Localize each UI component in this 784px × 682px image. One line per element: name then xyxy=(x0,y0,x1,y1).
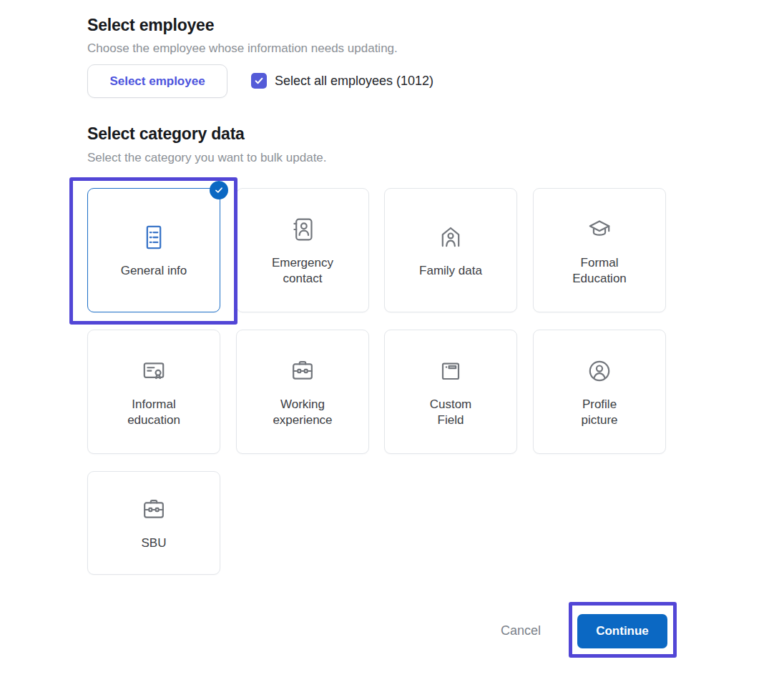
list-document-icon xyxy=(138,222,170,253)
category-card-label: Working experience xyxy=(273,397,332,429)
category-card-informal-education[interactable]: Informal education xyxy=(87,330,220,454)
graduation-cap-icon xyxy=(584,214,615,245)
category-card-profile-picture[interactable]: Profile picture xyxy=(533,330,666,454)
user-circle-icon xyxy=(584,355,615,387)
selected-check-badge xyxy=(210,181,228,199)
house-person-icon xyxy=(435,222,466,253)
category-card-family-data[interactable]: Family data xyxy=(384,188,517,312)
select-employee-title: Select employee xyxy=(87,16,214,35)
category-card-label: Emergency contact xyxy=(272,255,333,287)
cancel-button[interactable]: Cancel xyxy=(501,623,541,638)
briefcase-icon xyxy=(287,355,318,387)
category-card-custom-field[interactable]: Custom Field xyxy=(384,330,517,454)
category-card-label: Custom Field xyxy=(430,397,472,429)
select-all-employees-row: Select all employees (1012) xyxy=(251,73,433,89)
category-card-general-info[interactable]: General info xyxy=(87,188,220,312)
category-card-label: Family data xyxy=(419,263,482,279)
checkmark-icon xyxy=(254,76,264,86)
category-card-emergency-contact[interactable]: Emergency contact xyxy=(236,188,369,312)
category-card-label: Informal education xyxy=(127,397,180,429)
select-category-title: Select category data xyxy=(87,124,245,144)
category-card-label: Profile picture xyxy=(581,397,617,429)
category-card-formal-education[interactable]: Formal Education xyxy=(533,188,666,312)
select-employee-button[interactable]: Select employee xyxy=(87,64,227,98)
bulk-update-form: Select employee Choose the employee whos… xyxy=(0,0,784,682)
select-all-checkbox[interactable] xyxy=(251,73,267,89)
category-card-label: Formal Education xyxy=(572,255,627,287)
contact-book-icon xyxy=(287,214,318,245)
select-category-subtitle: Select the category you want to bulk upd… xyxy=(87,151,327,165)
briefcase-icon xyxy=(138,494,170,525)
select-all-label: Select all employees (1012) xyxy=(275,74,433,89)
window-icon xyxy=(435,355,466,387)
category-card-sbu[interactable]: SBU xyxy=(87,471,220,575)
select-employee-subtitle: Choose the employee whose information ne… xyxy=(87,41,398,56)
category-card-label: SBU xyxy=(142,535,167,551)
certificate-icon xyxy=(138,355,170,387)
category-card-working-experience[interactable]: Working experience xyxy=(236,330,369,454)
category-card-label: General info xyxy=(121,263,187,279)
checkmark-icon xyxy=(214,185,224,195)
continue-button[interactable]: Continue xyxy=(577,614,667,648)
